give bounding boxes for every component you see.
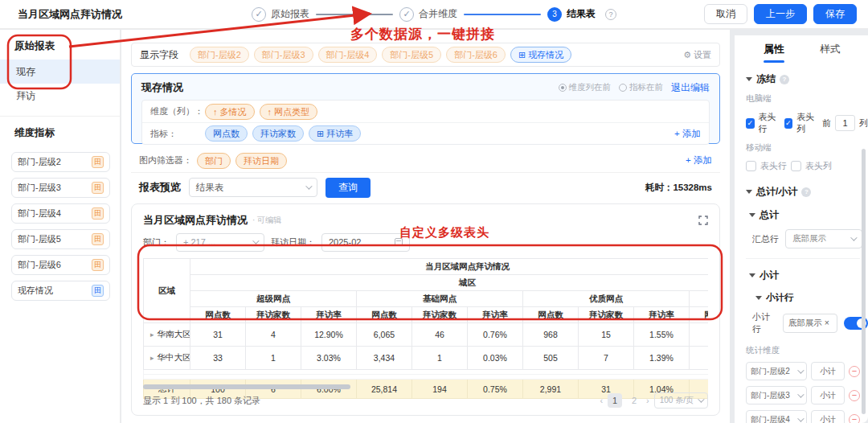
- metric-tag[interactable]: 网点数: [205, 125, 248, 142]
- radio-off-icon: [619, 84, 627, 92]
- field-tag[interactable]: 部门-层级5: [382, 47, 441, 63]
- step-2[interactable]: ✓合并维度: [399, 7, 457, 22]
- help-icon[interactable]: ?: [605, 9, 616, 20]
- field-tag[interactable]: 部门-层级4: [318, 47, 378, 63]
- report-title: 当月区域网点拜访情况: [143, 213, 248, 228]
- remove-dim-icon[interactable]: −: [849, 414, 860, 423]
- subtotal-row-tagbox[interactable]: 底部展示 ×: [783, 314, 837, 333]
- tab-style[interactable]: 样式: [802, 35, 858, 63]
- column-dim-tag[interactable]: ↑多情况: [205, 104, 255, 120]
- tab-attributes[interactable]: 属性: [746, 35, 802, 63]
- table-metric-header: 拜访率: [301, 307, 357, 323]
- radio-metrics-first[interactable]: 指标在前: [619, 82, 663, 93]
- chevron-down-icon: [797, 415, 804, 421]
- freeze-header-col-label: 表头列: [796, 111, 818, 135]
- info-icon: ?: [780, 75, 789, 84]
- region-cell[interactable]: ▸华中大区: [144, 347, 190, 370]
- add-metric-link[interactable]: + 添加: [674, 128, 701, 140]
- next-page-icon[interactable]: ›: [646, 396, 649, 405]
- dimension-badge-icon: 田: [92, 156, 104, 168]
- data-cell: 31: [190, 323, 246, 347]
- calendar-icon: [395, 238, 403, 246]
- data-cell: 46: [412, 323, 468, 347]
- region-name: 华南大区: [158, 329, 190, 339]
- field-tag[interactable]: 部门-层级2: [190, 47, 249, 63]
- chart-filter-tag[interactable]: 部门: [197, 153, 231, 169]
- sidebar-field[interactable]: 部门-层级5田: [11, 229, 110, 249]
- sidebar-source-现存[interactable]: 现存: [0, 60, 120, 84]
- checkbox-checked-icon[interactable]: ✓: [746, 118, 755, 129]
- caret-down-icon: [749, 213, 755, 217]
- table-span-sub: 城区: [190, 275, 709, 291]
- column-dim-tag[interactable]: ↑网点类型: [260, 104, 318, 120]
- subtotal-header[interactable]: 小计: [749, 269, 868, 282]
- result-table-select[interactable]: 结果表: [189, 178, 317, 197]
- add-filter-link[interactable]: + 添加: [686, 154, 712, 166]
- sidebar-field[interactable]: 部门-层级4田: [11, 203, 110, 224]
- sum-row-select[interactable]: 底部展示: [785, 229, 862, 248]
- stat-dim-agg[interactable]: 小计: [811, 410, 845, 423]
- stat-dim-select[interactable]: 部门-层级3: [746, 386, 807, 405]
- grand-total-header[interactable]: 总计: [749, 208, 868, 222]
- dept-filter-select[interactable]: + 217 ...: [176, 233, 264, 252]
- stat-dim-agg[interactable]: 小计: [811, 362, 845, 380]
- field-tag[interactable]: 部门-层级6: [446, 47, 506, 63]
- page-2-button[interactable]: 2: [627, 393, 641, 408]
- page-size-select[interactable]: 100 条/页: [654, 392, 708, 409]
- cancel-button[interactable]: 取消: [704, 4, 747, 24]
- save-button[interactable]: 保存: [813, 4, 857, 24]
- sidebar-field[interactable]: 部门-层级3田: [11, 178, 110, 198]
- radio-dims-first[interactable]: 维度列在前: [559, 82, 612, 93]
- right-panel-scrollbar[interactable]: [862, 149, 866, 414]
- sidebar-field[interactable]: 部门-层级2田: [11, 152, 110, 172]
- region-name: 华中大区: [158, 352, 190, 362]
- layout-gap: [730, 29, 868, 35]
- freeze-col-count-input[interactable]: 1: [835, 115, 855, 131]
- stat-dim-select[interactable]: 部门-层级4: [746, 410, 807, 423]
- page-title: 当月区域网点拜访情况: [18, 7, 122, 22]
- step-label: 原始报表: [271, 7, 309, 21]
- checkbox-unchecked-icon[interactable]: [746, 161, 756, 171]
- exit-edit-link[interactable]: 退出编辑: [671, 81, 710, 95]
- chevron-down-icon: [252, 237, 259, 244]
- remove-dim-icon[interactable]: −: [849, 390, 860, 401]
- query-button[interactable]: 查询: [326, 178, 371, 198]
- scrollbar-thumb[interactable]: [143, 384, 350, 389]
- sidebar-field[interactable]: 现存情况田: [11, 281, 110, 301]
- horizontal-scrollbar[interactable]: [143, 384, 706, 389]
- sidebar-field[interactable]: 部门-层级6田: [11, 255, 110, 275]
- data-cell: 6,065: [357, 323, 412, 347]
- fullscreen-icon[interactable]: [698, 216, 708, 225]
- fields-settings-button[interactable]: ⚙ 设置: [683, 49, 711, 61]
- metric-tag[interactable]: 拜访家数: [252, 125, 304, 142]
- step-1[interactable]: ✓原始报表: [252, 7, 309, 22]
- checkbox-checked-icon[interactable]: ✓: [784, 118, 793, 129]
- field-tag[interactable]: 部门-层级3: [254, 47, 313, 63]
- expand-icon[interactable]: ▸: [150, 354, 154, 362]
- expand-icon[interactable]: ▸: [150, 331, 154, 339]
- totals-section-header[interactable]: 总计/小计 ?: [746, 185, 868, 199]
- step-label: 结果表: [567, 7, 596, 21]
- record-summary: 显示 1 到 100，共 180 条记录: [143, 395, 260, 407]
- region-cell[interactable]: ▸华南大区: [144, 323, 190, 347]
- report-card: 当月区域网点拜访情况 · 可编辑 部门： + 217 ... 拜访日期： 202…: [131, 203, 720, 416]
- prev-page-icon[interactable]: ‹: [600, 396, 603, 405]
- chart-filter-tag[interactable]: 拜访日期: [235, 153, 287, 169]
- field-tag-metric[interactable]: ⊞现存情况: [510, 47, 571, 63]
- stat-dim-select[interactable]: 部门-层级2: [746, 362, 807, 380]
- stat-dim-agg[interactable]: 小计: [811, 386, 845, 405]
- sidebar-source-拜访[interactable]: 拜访: [0, 84, 120, 108]
- stat-dim-row: 部门-层级2小计−: [746, 362, 868, 380]
- step-3[interactable]: 3结果表: [547, 7, 596, 22]
- page-1-button[interactable]: 1: [608, 393, 622, 408]
- remove-dim-icon[interactable]: −: [849, 366, 860, 377]
- subtotal-row-header[interactable]: 小计行: [755, 292, 868, 304]
- edit-panel-title: 现存情况: [141, 80, 183, 95]
- metric-badge-icon: 田: [92, 285, 104, 297]
- freeze-section-header[interactable]: 冻结 ?: [746, 72, 868, 86]
- prev-step-button[interactable]: 上一步: [754, 4, 807, 24]
- dimension-badge-icon: 田: [92, 233, 104, 245]
- metric-tag[interactable]: ⊞拜访率: [309, 125, 361, 142]
- checkbox-unchecked-icon[interactable]: [791, 161, 801, 171]
- visit-date-input[interactable]: 2025-02: [321, 233, 410, 252]
